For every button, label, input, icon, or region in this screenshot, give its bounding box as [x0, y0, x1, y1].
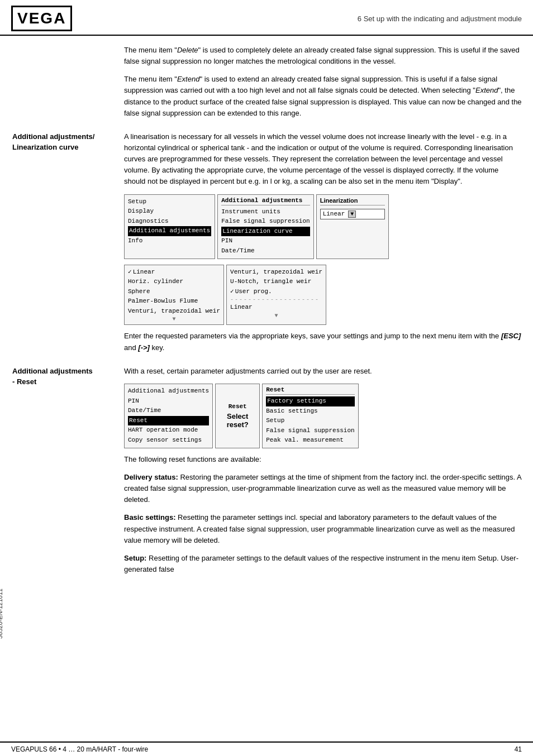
ui1-instr-units: Instrument units: [221, 207, 310, 217]
reset-peak-val: Peak val. measurement: [266, 436, 354, 446]
reset-hart: HART operation mode: [128, 425, 209, 436]
ui1-diagnostics: Diagnostics: [128, 217, 211, 227]
basic-settings-text: Resetting the parameter settings incl. s…: [124, 513, 515, 544]
dropdown-arrow-icon[interactable]: ▼: [348, 210, 356, 218]
page-footer: VEGAPULS 66 • 4 … 20 mA/HART - four-wire…: [0, 741, 533, 756]
reset-copy: Copy sensor settings: [128, 436, 209, 446]
enter-text: Enter the requested parameters via the a…: [124, 331, 522, 353]
delete-para1: The menu item "Delete" is used to comple…: [124, 45, 522, 67]
linearization-section: Additional adjustments/ Linearization cu…: [12, 131, 533, 360]
reset-select-label2: reset?: [227, 420, 249, 429]
reset-false-signal: False signal suppression: [266, 426, 354, 436]
ui2-venturi2: Venturi, trapezoidal weir: [230, 267, 322, 277]
reset-select-title: Reset: [229, 403, 247, 410]
setup-title: Setup:: [124, 554, 146, 562]
ui1-additional-adj: Additional adjustments: [128, 226, 211, 236]
reset-select-col: Reset Select reset?: [215, 384, 260, 448]
ui2-palmer: Palmer-Bowlus Flume: [128, 296, 220, 307]
linearization-ui2: Linear Horiz. cylinder Sphere Palmer-Bow…: [124, 265, 522, 326]
logo-text: VEGA: [17, 9, 66, 27]
ui2-sphere: Sphere: [128, 287, 220, 297]
ui1-setup: Setup: [128, 197, 211, 207]
margin-text: 36520-EN-121011: [0, 588, 3, 639]
basic-settings-title: Basic settings:: [124, 513, 175, 521]
ui1-lin-title: Linearization: [320, 197, 385, 205]
footer-left: VEGAPULS 66 • 4 … 20 mA/HART - four-wire: [11, 745, 148, 753]
ui1-linearization-col: Linearization Linear ▼: [316, 194, 389, 259]
reset-setup: Setup: [266, 416, 354, 426]
basic-settings-para: Basic settings: Resetting the parameter …: [124, 512, 522, 546]
ui2-venturi: Venturi, trapezoidal weir: [128, 307, 220, 317]
delivery-status-title: Delivery status:: [124, 473, 178, 481]
delivery-status-para: Delivery status: Restoring the parameter…: [124, 472, 522, 505]
reset-available-text: The following reset functions are availa…: [124, 454, 522, 465]
reset-label: Additional adjustments - Reset: [12, 366, 118, 387]
linearization-ui1: Setup Display Diagnostics Additional adj…: [124, 194, 522, 259]
ui1-lin-curve: Linearization curve: [221, 227, 310, 237]
ui1-pin: PIN: [221, 236, 310, 246]
reset-additional-adj: Additional adjustments: [128, 386, 209, 396]
reset-datetime: Date/Time: [128, 406, 209, 416]
reset-pin: PIN: [128, 396, 209, 406]
header-title: 6 Set up with the indicating and adjustm…: [78, 15, 522, 23]
reset-basic: Basic settings: [266, 406, 354, 417]
ui2-user-prog: User prog.: [230, 287, 322, 297]
setup-text: Resetting of the parameter settings to t…: [124, 554, 518, 573]
reset-reset: Reset: [128, 416, 209, 426]
reset-factory: Factory settings: [266, 396, 354, 406]
linearization-dropdown[interactable]: Linear ▼: [320, 209, 385, 219]
ui1-false-signal: False signal suppression: [221, 217, 310, 227]
reset-select-label: Select: [227, 412, 248, 420]
reset-col3-title: Reset: [266, 386, 354, 395]
ui1-menu-col: Setup Display Diagnostics Additional adj…: [124, 194, 215, 259]
logo: VEGA: [11, 6, 78, 31]
delivery-status-text: Restoring the parameter settings at the …: [124, 473, 521, 504]
reset-col3: Reset Factory settings Basic settings Se…: [262, 384, 358, 448]
ui2-col1: Linear Horiz. cylinder Sphere Palmer-Bow…: [124, 265, 224, 326]
dropdown-value: Linear: [323, 210, 345, 217]
ui1-datetime: Date/Time: [221, 246, 310, 256]
ui2-unotch: U-Notch, triangle weir: [230, 277, 322, 287]
reset-col1: Additional adjustments PIN Date/Time Res…: [124, 384, 213, 448]
linearization-label: Additional adjustments/ Linearization cu…: [12, 131, 118, 153]
setup-para: Setup: Resetting of the parameter settin…: [124, 553, 522, 575]
footer-right: 41: [515, 745, 522, 753]
ui1-submenu-title: Additional adjustments: [221, 197, 310, 205]
ui2-linear: Linear: [128, 267, 220, 277]
ui2-linear2: Linear: [230, 303, 322, 313]
ui2-horiz-cyl: Horiz. cylinder: [128, 277, 220, 287]
reset-body: With a reset, certain parameter adjustme…: [124, 366, 522, 377]
ui1-info: Info: [128, 236, 211, 246]
ui1-submenu-col: Additional adjustments Instrument units …: [217, 194, 313, 259]
linearization-body: A linearisation is necessary for all ves…: [124, 131, 522, 188]
reset-ui: Additional adjustments PIN Date/Time Res…: [124, 384, 522, 448]
ui2-col2: Venturi, trapezoidal weir U-Notch, trian…: [226, 265, 326, 326]
delete-section: The menu item "Delete" is used to comple…: [12, 36, 533, 126]
page-header: VEGA 6 Set up with the indicating and ad…: [0, 0, 533, 36]
ui1-display: Display: [128, 207, 211, 217]
extend-para: The menu item "Extend" is used to extend…: [124, 74, 522, 119]
reset-section: Additional adjustments - Reset With a re…: [12, 366, 533, 582]
